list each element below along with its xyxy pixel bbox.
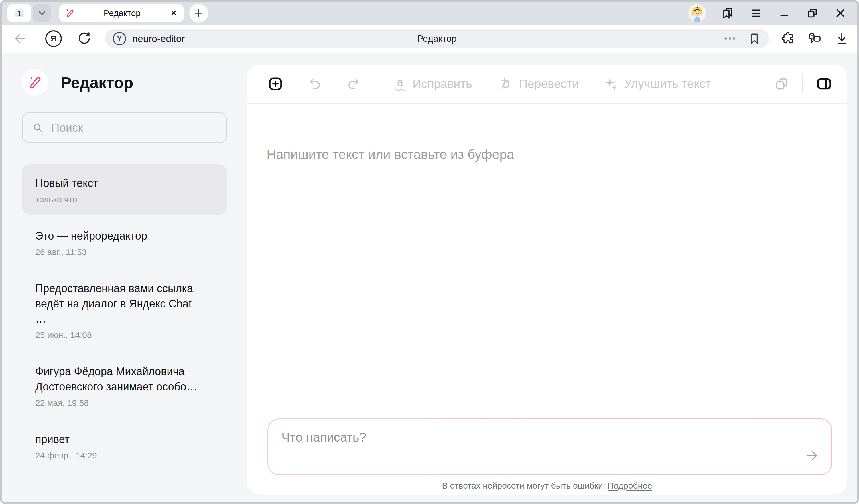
address-bar: Я Y neuro-editor Редактор bbox=[2, 25, 857, 53]
url-text[interactable]: neuro-editor bbox=[132, 33, 185, 44]
improve-text-button[interactable]: Улучшить текст bbox=[604, 76, 711, 91]
password-key-icon[interactable] bbox=[808, 32, 822, 46]
copy-icon[interactable] bbox=[774, 76, 789, 91]
document-date: 26 авг., 11:53 bbox=[35, 247, 214, 257]
fix-text-icon: а bbox=[394, 77, 406, 91]
fix-label: Исправить bbox=[412, 77, 472, 91]
page-title: Редактор bbox=[417, 33, 457, 44]
document-list: Новый текст только что Это — нейроредакт… bbox=[22, 164, 227, 471]
tab-strip: 1 Редактор ✕ bbox=[2, 2, 857, 25]
editor-toolbar: а Исправить Перевести Улучшить текст bbox=[247, 65, 847, 104]
tab-title: Редактор bbox=[75, 8, 169, 18]
document-title: Фигура Фёдора Михайловича Достоевского з… bbox=[35, 364, 203, 394]
app-logo bbox=[22, 69, 48, 96]
restore-icon[interactable] bbox=[806, 6, 819, 20]
reload-icon[interactable] bbox=[77, 31, 92, 46]
translate-button[interactable]: Перевести bbox=[498, 77, 579, 91]
search-icon bbox=[32, 122, 43, 134]
tab-counter-button[interactable]: 1 bbox=[7, 4, 31, 22]
document-date: 22 мая, 19:58 bbox=[35, 398, 214, 408]
browser-window: 1 Редактор ✕ bbox=[0, 0, 859, 504]
document-title: привет bbox=[35, 432, 203, 447]
prompt-input[interactable] bbox=[268, 419, 831, 474]
document-list-item[interactable]: Фигура Фёдора Михайловича Достоевского з… bbox=[22, 353, 227, 418]
toolbar-divider bbox=[802, 74, 803, 93]
fix-button[interactable]: а Исправить bbox=[394, 77, 472, 91]
chevron-down-icon bbox=[36, 7, 48, 19]
document-list-item[interactable]: Это — нейроредактор 26 авг., 11:53 bbox=[22, 217, 227, 267]
new-tab-button[interactable] bbox=[189, 4, 208, 22]
disclaimer-text: В ответах нейросети могут быть ошибки. bbox=[442, 481, 605, 490]
search-box[interactable] bbox=[22, 112, 227, 143]
sparkles-icon bbox=[604, 76, 618, 91]
sidebar: Редактор Новый текст только что Это — не… bbox=[2, 53, 247, 502]
improve-label: Улучшить текст bbox=[624, 77, 711, 91]
document-list-item[interactable]: Предоставленная вами ссылка ведёт на диа… bbox=[22, 270, 227, 350]
back-icon[interactable] bbox=[12, 31, 28, 46]
document-list-item[interactable]: Новый текст только что bbox=[22, 164, 227, 215]
add-document-icon[interactable] bbox=[268, 76, 283, 92]
document-list-item[interactable]: привет 24 февр., 14:29 bbox=[22, 421, 227, 471]
menu-icon[interactable] bbox=[750, 6, 763, 20]
ai-disclaimer: В ответах нейросети могут быть ошибки.По… bbox=[247, 481, 847, 491]
url-bar-actions bbox=[723, 32, 761, 45]
close-icon[interactable] bbox=[834, 6, 847, 20]
search-input[interactable] bbox=[51, 121, 217, 135]
toolbar-divider bbox=[295, 74, 295, 93]
translate-label: Перевести bbox=[519, 77, 579, 91]
site-favicon: Y bbox=[113, 32, 126, 45]
disclaimer-link[interactable]: Подробнее bbox=[607, 481, 652, 490]
document-title: Предоставленная вами ссылка ведёт на диа… bbox=[35, 281, 203, 326]
document-title: Новый текст bbox=[35, 176, 203, 191]
redo-icon[interactable] bbox=[346, 77, 361, 91]
document-date: 25 июн., 14:08 bbox=[35, 330, 214, 340]
editor-placeholder[interactable]: Напишите текст или вставьте из буфера bbox=[267, 147, 847, 162]
url-bar[interactable]: Y neuro-editor Редактор bbox=[105, 29, 769, 48]
tab-close-button[interactable]: ✕ bbox=[169, 9, 178, 17]
panel-toggle-icon[interactable] bbox=[816, 76, 832, 92]
ellipsis-icon[interactable] bbox=[723, 32, 736, 45]
download-icon[interactable] bbox=[835, 32, 849, 46]
send-arrow-icon[interactable] bbox=[804, 448, 820, 463]
magic-pencil-favicon bbox=[65, 8, 75, 18]
undo-icon[interactable] bbox=[308, 77, 322, 91]
prompt-box bbox=[268, 418, 832, 475]
tab-count: 1 bbox=[13, 6, 26, 20]
document-date: только что bbox=[35, 195, 214, 204]
browser-action-icons bbox=[781, 32, 850, 46]
tab-group-shield-icon: 1 bbox=[13, 6, 26, 20]
translate-icon bbox=[498, 77, 512, 91]
minimize-icon[interactable] bbox=[778, 6, 791, 20]
window-controls bbox=[688, 4, 852, 22]
app-title: Редактор bbox=[61, 73, 133, 92]
avatar[interactable] bbox=[688, 4, 706, 22]
yandex-home-button[interactable]: Я bbox=[45, 30, 62, 47]
magic-pencil-icon bbox=[28, 75, 42, 90]
page-content: Редактор Новый текст только что Это — не… bbox=[2, 53, 857, 502]
editor-card: а Исправить Перевести Улучшить текст bbox=[247, 65, 847, 494]
app-header: Редактор bbox=[22, 69, 247, 96]
extensions-puzzle-icon[interactable] bbox=[781, 32, 795, 46]
tab-editor[interactable]: Редактор ✕ bbox=[59, 4, 183, 22]
bookmark-icon[interactable] bbox=[748, 32, 761, 45]
document-title: Это — нейроредактор bbox=[35, 228, 203, 244]
tab-list-dropdown-button[interactable] bbox=[33, 4, 51, 22]
bookmarks-icon[interactable] bbox=[721, 6, 735, 20]
document-date: 24 февр., 14:29 bbox=[35, 451, 214, 460]
plus-icon bbox=[193, 7, 205, 19]
